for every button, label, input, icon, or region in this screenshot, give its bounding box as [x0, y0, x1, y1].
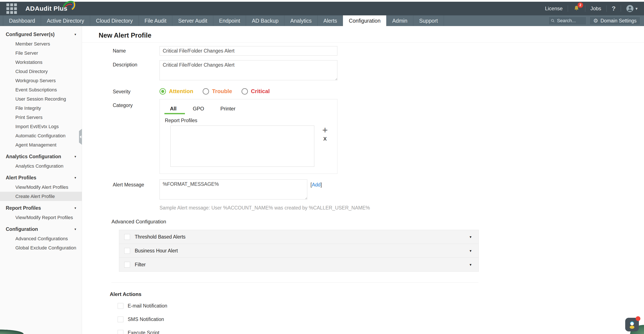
alert-message-textarea[interactable]: %FORMAT_MESSAGE% [160, 180, 307, 200]
report-profiles-label: Report Profiles [165, 118, 197, 124]
sms-notification-row[interactable]: SMS Notification [118, 316, 164, 322]
add-link-label[interactable]: Add [312, 182, 320, 188]
sidebar-section-analytics-configuration[interactable]: Analytics Configuration ▼ [0, 152, 82, 162]
sidebar-item-analytics-configuration[interactable]: Analytics Configuration [0, 162, 82, 171]
sidebar-item-agent-management[interactable]: Agent Management [0, 140, 82, 150]
nav-tab-admin[interactable]: Admin [386, 16, 414, 26]
severity-trouble-label: Trouble [212, 88, 232, 94]
severity-option-attention[interactable]: Attention [160, 88, 193, 94]
sms-notification-checkbox[interactable] [118, 316, 124, 322]
description-label: Description [113, 62, 137, 68]
nav-tab-ad-backup[interactable]: AD Backup [246, 16, 284, 26]
user-avatar-icon [626, 5, 634, 12]
jobs-link[interactable]: Jobs [590, 6, 601, 12]
user-menu[interactable]: ▾ [626, 5, 638, 12]
sidebar-collapse-handle[interactable] [79, 129, 82, 145]
help-button[interactable]: ? [612, 5, 616, 12]
chevron-down-icon[interactable]: ▼ [469, 263, 472, 266]
category-tab-all[interactable]: All [170, 106, 176, 112]
sidebar-item-cloud-directory[interactable]: Cloud Directory [0, 67, 82, 76]
chevron-down-icon: ▼ [74, 33, 77, 36]
email-notification-checkbox[interactable] [118, 303, 124, 309]
sidebar-item-user-session-recording[interactable]: User Session Recording [0, 94, 82, 104]
filter-checkbox[interactable] [124, 262, 130, 268]
domain-settings-button[interactable]: ⚙ Domain Settings [590, 17, 640, 25]
business-hour-alert-checkbox[interactable] [124, 248, 130, 254]
sidebar-item-create-alert-profile[interactable]: Create Alert Profile [0, 192, 82, 201]
nav-tab-cloud-directory[interactable]: Cloud Directory [90, 16, 138, 26]
license-link[interactable]: License [545, 6, 563, 12]
accordion-label: Filter [135, 262, 146, 268]
tabbar-tools: ⚙ Domain Settings [548, 16, 644, 26]
nav-tab-dashboard[interactable]: Dashboard [3, 16, 41, 26]
nav-tab-support[interactable]: Support [414, 16, 444, 26]
sidebar: Configured Server(s) ▼ Member Servers Fi… [0, 26, 82, 334]
sidebar-section-report-profiles[interactable]: Report Profiles ▼ [0, 203, 82, 213]
sidebar-section-configuration[interactable]: Configuration ▼ [0, 224, 82, 234]
main-content: New Alert Profile Name Description Criti… [82, 26, 644, 334]
header-divider [585, 5, 585, 12]
domain-settings-label: Domain Settings [600, 18, 636, 24]
report-profiles-listbox[interactable] [170, 126, 314, 167]
header-divider [621, 5, 621, 12]
remove-report-profile-icon[interactable]: x [323, 135, 327, 142]
search-input[interactable] [557, 18, 584, 24]
radio-critical[interactable] [242, 88, 248, 94]
radio-attention[interactable] [160, 88, 166, 94]
alert-message-label: Alert Message [113, 182, 144, 188]
add-message-link[interactable]: [Add] [310, 182, 322, 188]
chevron-down-icon[interactable]: ▼ [469, 235, 472, 239]
nav-tab-alerts[interactable]: Alerts [318, 16, 343, 26]
sidebar-item-view-modify-alert-profiles[interactable]: View/Modify Alert Profiles [0, 182, 82, 192]
sidebar-section-configured-servers[interactable]: Configured Server(s) ▼ [0, 30, 82, 39]
sidebar-item-global-exclude-configuration[interactable]: Global Exclude Configuration [0, 243, 82, 252]
nav-tab-endpoint[interactable]: Endpoint [213, 16, 246, 26]
execute-script-checkbox[interactable] [118, 330, 124, 334]
app-grid-icon[interactable] [6, 4, 17, 14]
sidebar-item-event-subscriptions[interactable]: Event Subscriptions [0, 85, 82, 94]
severity-option-critical[interactable]: Critical [242, 88, 270, 94]
execute-script-row[interactable]: Execute Script [118, 330, 159, 334]
sidebar-item-file-server[interactable]: File Server [0, 48, 82, 58]
category-tab-printer[interactable]: Printer [220, 106, 236, 112]
threshold-based-alerts-checkbox[interactable] [124, 234, 130, 240]
sidebar-item-member-servers[interactable]: Member Servers [0, 39, 82, 48]
chevron-down-icon[interactable]: ▼ [469, 249, 472, 253]
add-report-profile-icon[interactable]: + [322, 125, 328, 135]
nav-tab-analytics[interactable]: Analytics [284, 16, 318, 26]
sidebar-item-advanced-configurations[interactable]: Advanced Configurations [0, 234, 82, 243]
advanced-configuration-heading: Advanced Configuration [112, 219, 166, 225]
category-tab-gpo[interactable]: GPO [193, 106, 204, 112]
sidebar-item-view-modify-report-profiles[interactable]: View/Modify Report Profiles [0, 213, 82, 222]
sidebar-item-import-evt-logs[interactable]: Import Evt/Evtx Logs [0, 122, 82, 131]
accordion-filter[interactable]: Filter ▼ [119, 258, 478, 272]
chevron-down-icon: ▼ [74, 228, 77, 231]
notifications-button[interactable]: 2 [573, 5, 580, 12]
sidebar-section-alert-profiles[interactable]: Alert Profiles ▼ [0, 173, 82, 182]
name-input[interactable] [160, 46, 337, 56]
support-chat-button[interactable] [625, 318, 639, 332]
sample-alert-message: Sample Alert message: User %ACCOUNT_NAME… [160, 205, 370, 211]
global-search[interactable] [548, 17, 586, 25]
action-label: SMS Notification [128, 316, 164, 322]
accordion-threshold-based-alerts[interactable]: Threshold Based Alerts ▼ [119, 230, 478, 244]
nav-tab-configuration[interactable]: Configuration [343, 16, 386, 26]
severity-option-trouble[interactable]: Trouble [203, 88, 232, 94]
nav-tab-file-audit[interactable]: File Audit [139, 16, 172, 26]
sidebar-item-print-servers[interactable]: Print Servers [0, 113, 82, 122]
sidebar-item-workstations[interactable]: Workstations [0, 58, 82, 67]
page-title: New Alert Profile [99, 32, 152, 39]
description-textarea[interactable]: Critical File/Folder Changes Alert [160, 60, 337, 80]
email-notification-row[interactable]: E-mail Notification [118, 303, 167, 309]
nav-tab-active-directory[interactable]: Active Directory [41, 16, 90, 26]
nav-tab-server-audit[interactable]: Server Audit [172, 16, 213, 26]
section-divider [112, 282, 478, 282]
accordion-business-hour-alert[interactable]: Business Hour Alert ▼ [119, 244, 478, 258]
sidebar-item-workgroup-servers[interactable]: Workgroup Servers [0, 76, 82, 85]
severity-options: Attention Trouble Critical [160, 88, 279, 94]
radio-trouble[interactable] [203, 88, 209, 94]
notification-badge: 2 [578, 2, 583, 8]
sidebar-item-file-integrity[interactable]: File Integrity [0, 104, 82, 113]
search-icon [551, 18, 555, 23]
sidebar-item-automatic-configuration[interactable]: Automatic Configuration [0, 131, 82, 140]
